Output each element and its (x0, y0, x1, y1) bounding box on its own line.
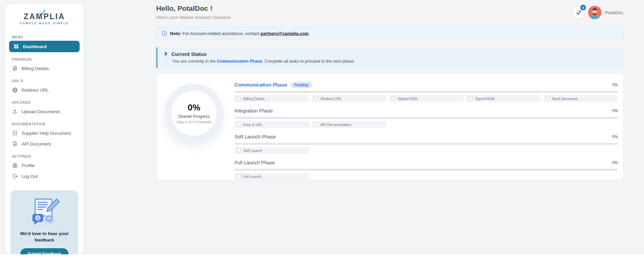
nav-section: MENU Dashboard (5, 35, 84, 52)
phase-status-badge: Pending (290, 82, 312, 88)
current-status-panel: Current Status You are currently in the … (156, 47, 623, 68)
communication-phase-link[interactable]: Communication Phase (217, 59, 262, 64)
info-icon (162, 31, 167, 36)
status-title: Current Status (171, 51, 206, 57)
phase-title: Communication Phase (234, 82, 287, 88)
phase-title: Integration Phase (234, 108, 273, 114)
phase-percent: 0% (612, 134, 618, 139)
progress-card: 0% Overall Progress Step 0 of 9 Complete… (156, 73, 623, 180)
task-api-documentation[interactable]: API Documentation (312, 121, 386, 128)
sidebar-item-api-document[interactable]: API Document (5, 138, 84, 149)
checkbox-icon[interactable] (314, 123, 318, 126)
nav-section: URL'S Redirect URL (5, 79, 84, 95)
announcement-icon (576, 10, 582, 15)
phase-percent: 0% (612, 83, 618, 87)
document-icon (12, 141, 18, 147)
logo-checkmark-icon (38, 10, 46, 17)
nav-section: SETTINGS Profile Log Out (5, 154, 84, 182)
svg-text:?: ? (14, 132, 16, 135)
profile-icon (12, 162, 18, 168)
topbar: Hello, PotalDoc ! Here's your Market res… (156, 0, 623, 20)
page-title: Hello, PotalDoc ! (156, 4, 231, 12)
sidebar: ZAMPLIA SAMPLE MADE SIMPLE MENU Dashboar… (5, 4, 84, 254)
sidebar-item-supplier-help-document[interactable]: ? Supplier Help Document (5, 128, 84, 138)
overall-progress-label: Overall Progress (178, 114, 209, 119)
support-email-link[interactable]: partners@zamplia.com (260, 31, 309, 36)
checkbox-icon[interactable] (392, 97, 395, 100)
phase-title: Full Launch Phase (234, 160, 275, 165)
checkbox-icon[interactable] (546, 97, 550, 100)
step-progress-label: Step 0 of 9 Complete (176, 120, 211, 124)
user-name: PotalDoc (605, 10, 623, 15)
phase-integration-phase: Integration Phase 0% Keys & URL API Docu… (234, 107, 618, 128)
task-bank-document[interactable]: Bank Document (543, 95, 618, 102)
billing-document-icon (12, 65, 18, 71)
zamplia-logo: ZAMPLIA SAMPLE MADE SIMPLE (5, 4, 84, 25)
phases-list: Communication Phase Pending 0% Billing D… (234, 80, 623, 174)
globe-icon (12, 87, 18, 93)
note-banner: Note: For Account-related assistance, co… (156, 27, 623, 40)
task-signed-nda[interactable]: Signed NDA (389, 95, 464, 102)
sidebar-item-redirect-url[interactable]: Redirect URL (5, 85, 84, 95)
checkbox-icon[interactable] (237, 149, 241, 152)
upload-icon (12, 108, 18, 115)
page-subtitle: Here's your Market research Overview (156, 15, 231, 20)
avatar-image (588, 6, 601, 19)
sidebar-item-dashboard[interactable]: Dashboard (9, 41, 80, 52)
phase-full-launch-phase: Full Launch Phase 0% Full Launch (234, 159, 618, 180)
sidebar-nav: MENU Dashboard FINANCIAL Billing Details… (5, 35, 84, 182)
submit-feedback-button[interactable]: Submit Feedback (20, 248, 68, 254)
checkbox-icon[interactable] (237, 97, 241, 100)
help-document-icon: ? (12, 130, 18, 136)
nav-section-label: MENU (12, 35, 77, 39)
notifications-button[interactable]: 0 (573, 7, 585, 19)
phase-progress-bar (234, 169, 618, 171)
nav-section-label: DOCUMENTATION (12, 122, 77, 126)
phase-progress-bar (234, 117, 618, 119)
feedback-illustration (28, 197, 61, 227)
feedback-card: We'd love to hear your feedback Submit F… (10, 190, 78, 254)
phase-soft-launch-phase: Soft Launch Phase 0% Soft Launch (234, 133, 618, 154)
logo-tagline: SAMPLE MADE SIMPLE (5, 22, 84, 25)
nav-section-label: UPLOADS (12, 100, 77, 104)
nav-section: DOCUMENTATION ? Supplier Help Document A… (5, 122, 84, 149)
status-description: You are currently in the Communication P… (172, 59, 618, 64)
dashboard-icon (13, 43, 19, 50)
nav-section-label: FINANCIAL (12, 57, 77, 61)
task-keys-url[interactable]: Keys & URL (234, 121, 309, 128)
main-content: Hello, PotalDoc ! Here's your Market res… (156, 0, 623, 180)
sidebar-item-log-out[interactable]: Log Out (5, 171, 84, 182)
phase-title: Soft Launch Phase (234, 134, 276, 139)
phase-percent: 0% (612, 108, 618, 113)
phase-progress-bar (234, 143, 618, 145)
task-full-launch[interactable]: Full Launch (234, 173, 309, 180)
sidebar-item-billing-details[interactable]: Billing Details (5, 63, 84, 74)
logout-icon (12, 173, 18, 179)
avatar[interactable] (588, 6, 601, 19)
task-signed-msa[interactable]: Signed MSA (466, 95, 541, 102)
pin-icon (163, 52, 168, 57)
nav-section-label: SETTINGS (12, 154, 77, 158)
phase-communication-phase: Communication Phase Pending 0% Billing D… (234, 82, 618, 102)
feedback-message: We'd love to hear your feedback (15, 231, 74, 244)
checkbox-icon[interactable] (314, 97, 318, 100)
task-billing-details[interactable]: Billing Details (234, 95, 309, 102)
task-redirect-url[interactable]: Redirect URL (312, 95, 386, 102)
sidebar-item-upload-documents[interactable]: Upload Documents (5, 106, 84, 117)
nav-section-label: URL'S (12, 79, 77, 83)
notification-badge: 0 (580, 5, 586, 10)
page: ZAMPLIA SAMPLE MADE SIMPLE MENU Dashboar… (0, 0, 644, 254)
note-text: Note: For Account-related assistance, co… (170, 31, 310, 36)
checkbox-icon[interactable] (469, 97, 473, 100)
nav-section: FINANCIAL Billing Details (5, 57, 84, 74)
checkbox-icon[interactable] (237, 123, 241, 126)
sidebar-item-profile[interactable]: Profile (5, 160, 84, 171)
phase-percent: 0% (612, 160, 618, 165)
checkbox-icon[interactable] (237, 174, 241, 178)
overall-progress-ring: 0% Overall Progress Step 0 of 9 Complete (165, 84, 223, 142)
phase-progress-bar (234, 91, 618, 93)
nav-section: UPLOADS Upload Documents (5, 100, 84, 117)
task-soft-launch[interactable]: Soft Launch (234, 147, 309, 154)
overall-percent: 0% (188, 102, 200, 113)
